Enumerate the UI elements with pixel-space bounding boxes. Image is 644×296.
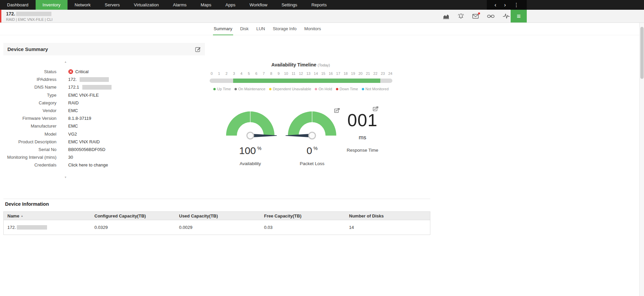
cell-configured-capacity: 0.0329	[91, 225, 175, 230]
nav-item-workflow[interactable]: Workflow	[243, 0, 274, 10]
tab-lun[interactable]: LUN	[256, 23, 266, 35]
scrollbar-thumb[interactable]	[640, 27, 644, 79]
field-value: 172.1	[68, 85, 112, 90]
pulse-icon[interactable]	[503, 13, 510, 19]
tab-monitors[interactable]: Monitors	[304, 23, 322, 35]
nav-window-controls: ‹ › ⋮	[487, 0, 527, 10]
availability-value: 100%	[217, 145, 284, 156]
nav-item-settings[interactable]: Settings	[274, 0, 304, 10]
timeline-hour-label: 0	[208, 71, 215, 76]
device-title: 172.	[6, 11, 52, 16]
nav-back-icon[interactable]: ‹	[495, 0, 496, 10]
summary-field-status: StatusCritical	[3, 68, 205, 76]
legend-item-up-time: Up Time	[213, 87, 231, 91]
legend-dot	[336, 88, 338, 90]
nav-item-apps[interactable]: Apps	[218, 0, 243, 10]
summary-field-dns-name: DNS Name172.1	[3, 83, 205, 91]
availability-caption: Availability	[217, 161, 284, 166]
timeline-hour-label: 12	[297, 71, 305, 76]
packet-loss-gauge	[278, 102, 346, 140]
nav-item-network[interactable]: Network	[68, 0, 98, 10]
field-value: 30	[68, 155, 73, 160]
sort-asc-icon: ▲	[20, 214, 23, 217]
summary-field-product-description: Product DescriptionEMC VNX RAID	[3, 138, 205, 146]
timeline-hour-label: 10	[283, 71, 290, 76]
timeline-period-label: (Today)	[318, 63, 330, 67]
nav-forward-icon[interactable]: ›	[504, 0, 506, 10]
nav-items: DashboardInventoryNetworkServersVirtuali…	[0, 0, 644, 10]
column-header-name[interactable]: Name▲	[4, 213, 91, 218]
timeline-hour-label: 15	[319, 71, 327, 76]
legend-dot	[269, 88, 271, 90]
timeline-hour-scale: 0123456789101112131415161718192021222324	[208, 71, 394, 76]
packet-loss-value: 0%	[278, 145, 346, 156]
mail-icon[interactable]	[472, 14, 479, 19]
legend-dot	[234, 88, 237, 90]
field-label: IPAddress	[3, 77, 56, 82]
cell-number-of-disks: 14	[345, 225, 430, 230]
response-time-unit: ms	[337, 134, 388, 141]
nav-item-virtualization[interactable]: Virtualization	[127, 0, 166, 10]
quick-report-icon[interactable]	[334, 108, 340, 114]
nav-more-icon[interactable]: ⋮	[514, 0, 519, 10]
mail-notification-dot	[478, 12, 480, 14]
response-time-value: 001	[337, 111, 388, 129]
summary-field-category: CategoryRAID	[3, 99, 205, 107]
field-label: Credentials	[3, 162, 56, 167]
nav-item-inventory[interactable]: Inventory	[36, 0, 68, 10]
field-value: 172.	[68, 77, 109, 82]
field-value: VG2	[68, 132, 77, 137]
timeline-hour-label: 20	[357, 71, 364, 76]
availability-gauge	[217, 102, 284, 140]
column-header-free-capacity-tb[interactable]: Free Capacity(TB)	[260, 213, 345, 218]
legend-dot	[362, 88, 364, 90]
alarm-bell-icon[interactable]	[458, 13, 464, 19]
severity-indicator	[0, 10, 1, 22]
vertical-scrollbar[interactable]	[639, 23, 644, 296]
nav-item-reports[interactable]: Reports	[304, 0, 334, 10]
hamburger-menu-button[interactable]: ≡	[511, 10, 527, 22]
legend-dot	[213, 88, 216, 90]
edit-icon[interactable]	[195, 46, 201, 52]
timeline-hour-label: 22	[372, 71, 379, 76]
top-nav: DashboardInventoryNetworkServersVirtuali…	[0, 0, 644, 10]
field-label: Model	[3, 132, 56, 137]
column-header-used-capacity-tb[interactable]: Used Capacity(TB)	[175, 213, 260, 218]
summary-field-monitoring-interval-mins: Monitoring Interval (mins)30	[3, 153, 205, 161]
link-icon[interactable]	[487, 14, 495, 18]
nav-item-servers[interactable]: Servers	[98, 0, 127, 10]
column-header-number-of-disks[interactable]: Number of Disks	[345, 213, 430, 218]
summary-field-model: ModelVG2	[3, 130, 205, 138]
timeline-hour-label: 14	[312, 71, 319, 76]
scroll-up-icon[interactable]: ▲	[64, 60, 67, 63]
field-value: RAID	[68, 100, 79, 105]
summary-field-credentials: CredentialsClick here to change	[3, 161, 205, 169]
timeline-hour-label: 8	[267, 71, 275, 76]
tab-disk[interactable]: Disk	[240, 23, 249, 35]
field-value[interactable]: Click here to change	[68, 162, 108, 167]
summary-field-manufacturer: ManufacturerEMC	[3, 122, 205, 130]
scroll-down-icon[interactable]: ▼	[64, 176, 67, 179]
response-time-caption: Response Time	[337, 148, 388, 153]
nav-item-maps[interactable]: Maps	[194, 0, 218, 10]
chart-icon[interactable]	[443, 13, 449, 19]
timeline-hour-label: 7	[260, 71, 267, 76]
field-label: Serial No	[3, 147, 56, 152]
table-row[interactable]: 172.0.03290.00290.0314	[3, 220, 430, 235]
quick-report-icon[interactable]	[373, 106, 378, 112]
column-header-configured-capacity-tb[interactable]: Configured Capacity(TB)	[91, 213, 175, 218]
tab-summary[interactable]: Summary	[213, 23, 233, 35]
timeline-hour-label: 3	[230, 71, 238, 76]
summary-field-type: TypeEMC VNX-FILE	[3, 91, 205, 99]
tab-storage-info[interactable]: Storage Info	[272, 23, 297, 35]
nav-item-dashboard[interactable]: Dashboard	[0, 0, 36, 10]
field-value: BB005056BDF05D	[68, 147, 105, 152]
tab-bar: SummaryDiskLUNStorage InfoMonitors	[0, 23, 639, 35]
legend-item-not-monitored: Not Monitored	[362, 87, 389, 91]
device-summary-header: Device Summary	[3, 43, 205, 55]
cell-used-capacity: 0.0029	[175, 225, 260, 230]
legend-dot	[315, 88, 317, 90]
device-header: 172. RAID | EMC VNX-FILE | CLI ≡	[0, 10, 644, 23]
nav-item-alarms[interactable]: Alarms	[166, 0, 194, 10]
timeline-hour-label: 18	[342, 71, 349, 76]
